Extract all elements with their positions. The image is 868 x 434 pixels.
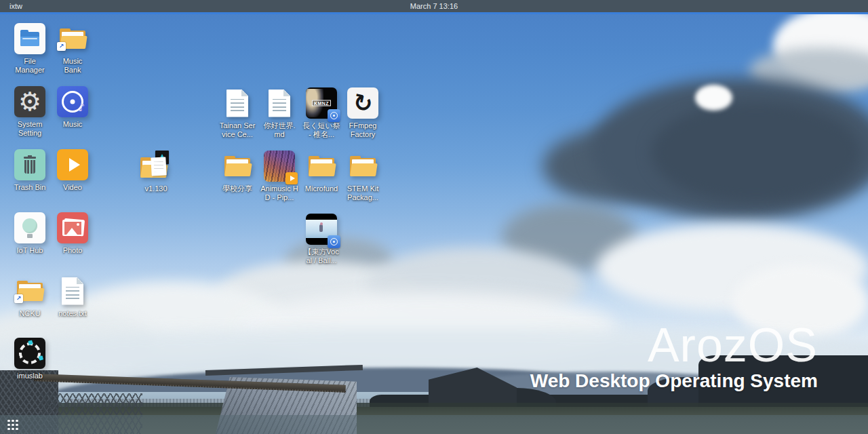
play-icon (57, 149, 88, 181)
top-bar: ixtw March 7 13:16 (0, 0, 868, 12)
folder-shortcut-icon (17, 275, 43, 307)
light-bulb-icon (14, 212, 45, 244)
album-art-icon: KMNZ (306, 87, 337, 119)
gear-icon (14, 85, 45, 118)
desktop-icon-animusic-hd[interactable]: Animusic HD - Pip... (258, 150, 301, 202)
os-subtitle: Web Desktop Operating System (530, 370, 818, 392)
desktop-icon-file-manager[interactable]: File Manager (8, 22, 52, 75)
trash-can-icon (14, 149, 45, 181)
desktop-icon-video[interactable]: Video (51, 149, 94, 192)
clock-label: March 7 13:16 (0, 0, 868, 12)
shortcut-arrow-icon (14, 294, 23, 303)
desktop-icon-imuslab[interactable]: imuslab (8, 337, 52, 380)
grid-dots-icon (7, 420, 18, 431)
desktop-icon-school-share[interactable]: 學校分享 (216, 150, 259, 193)
desktop-icon-stem-kit[interactable]: STEM Kit Packag... (341, 150, 384, 202)
folder-icon (350, 150, 376, 182)
branding: ArozOS Web Desktop Operating System (530, 323, 818, 392)
desktop-icon-notes-txt[interactable]: notes.txt (51, 275, 94, 318)
video-thumbnail-icon (264, 150, 295, 182)
folder-preview-icon (140, 150, 172, 182)
desktop-icon-microfund[interactable]: Microfund (300, 150, 343, 193)
desktop-icon-v1130[interactable]: v1.130 (134, 150, 178, 193)
desktop-icon-music[interactable]: Music (51, 85, 94, 129)
desktop-icon-hello-world-md[interactable]: 你好世界.md (258, 87, 301, 139)
dark-cloud (651, 102, 861, 203)
taskbar (0, 415, 868, 434)
desktop-icon-tainan-service[interactable]: Tainan Service Ce... (216, 87, 259, 139)
video-thumbnail-icon (306, 213, 337, 245)
desktop-icon-nagaku-mijikai-matsuri[interactable]: KMNZ 長く短い祭 - 椎名... (300, 87, 343, 139)
desktop-icon-photo[interactable]: Photo (51, 212, 94, 255)
desktop-icon-trash-bin[interactable]: Trash Bin (8, 149, 52, 192)
os-title: ArozOS (530, 323, 818, 368)
shortcut-arrow-icon (57, 42, 66, 51)
imuslab-logo-icon (14, 337, 45, 370)
play-badge-icon (285, 172, 298, 184)
media-badge-icon (328, 109, 340, 122)
folder-shortcut-icon (60, 22, 85, 55)
music-cd-icon (57, 85, 88, 118)
media-badge-icon (328, 235, 340, 248)
desktop-icon-ffmpeg-factory[interactable]: FFmpeg Factory (341, 87, 384, 139)
photo-stack-icon (57, 212, 88, 244)
cloud (695, 85, 732, 111)
topbar-accent-line (0, 12, 868, 14)
recycle-arrows-icon (347, 87, 378, 119)
text-document-icon (62, 275, 83, 307)
desktop-icon-system-setting[interactable]: System Setting (8, 85, 52, 138)
text-document-icon (269, 87, 290, 119)
app-launcher-button[interactable] (7, 418, 24, 431)
file-manager-icon (14, 22, 45, 55)
desktop-icon-touhou-vocal[interactable]: 【東方Vocal / Ball... (300, 213, 343, 265)
desktop-icon-music-bank[interactable]: Music Bank (51, 22, 94, 75)
desktop-icon-iot-hub[interactable]: IoT Hub (8, 212, 52, 255)
desktop-icon-ncku[interactable]: NCKU (8, 275, 52, 318)
folder-icon (309, 150, 334, 182)
text-document-icon (226, 87, 248, 119)
folder-icon (224, 150, 250, 182)
